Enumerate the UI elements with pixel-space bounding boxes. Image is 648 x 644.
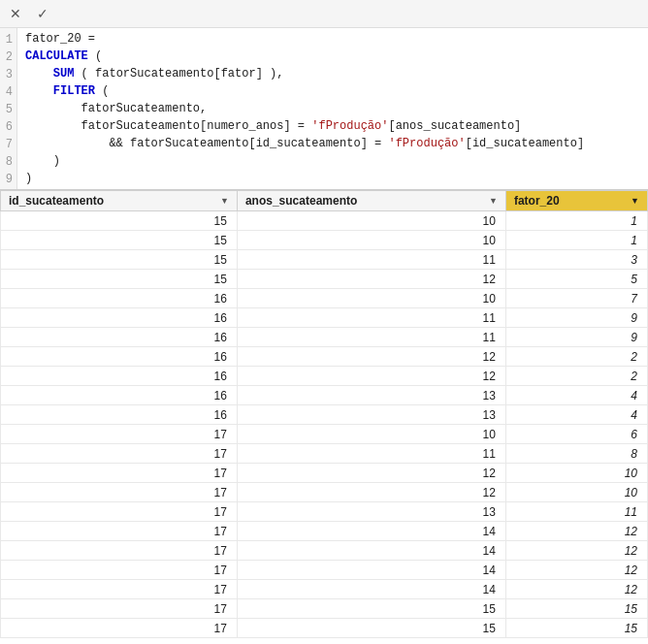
confirm-button[interactable]: ✓ (33, 4, 52, 23)
dropdown-arrow-id_sucateamento[interactable]: ▼ (220, 196, 229, 206)
line-number: 8 (0, 152, 16, 170)
table-row[interactable]: 171412 (1, 561, 648, 580)
cell-anos_sucateamento: 14 (237, 541, 505, 561)
line-number: 9 (0, 170, 16, 187)
cell-fator_20: 8 (505, 444, 647, 464)
dropdown-arrow-fator_20[interactable]: ▼ (631, 196, 639, 206)
cell-anos_sucateamento: 12 (237, 483, 505, 502)
line-number: 3 (0, 65, 16, 82)
table-row[interactable]: 16122 (1, 347, 648, 367)
editor-section: ✕ ✓ 123456789 fator_20 =CALCULATE ( SUM … (0, 0, 648, 189)
cell-id_sucateamento: 16 (1, 405, 238, 425)
table-row[interactable]: 15113 (1, 250, 648, 270)
data-table: id_sucateamento▼anos_sucateamento▼fator_… (0, 190, 648, 638)
code-line: && fatorSucateamento[id_sucateamento] = … (25, 135, 648, 152)
table-row[interactable]: 16134 (1, 405, 648, 425)
cell-id_sucateamento: 16 (1, 328, 238, 347)
cell-fator_20: 3 (505, 250, 647, 270)
cell-fator_20: 9 (505, 328, 647, 347)
cell-anos_sucateamento: 12 (237, 270, 505, 289)
table-row[interactable]: 17118 (1, 444, 648, 464)
table-row[interactable]: 171412 (1, 541, 648, 561)
table-row[interactable]: 17106 (1, 425, 648, 444)
cell-anos_sucateamento: 13 (237, 405, 505, 425)
cell-fator_20: 1 (505, 211, 647, 231)
cell-fator_20: 12 (505, 580, 647, 599)
table-row[interactable]: 171412 (1, 580, 648, 599)
line-number: 6 (0, 117, 16, 135)
table-row[interactable]: 15101 (1, 211, 648, 231)
cell-fator_20: 1 (505, 231, 647, 250)
cell-fator_20: 5 (505, 270, 647, 289)
table-row[interactable]: 171210 (1, 464, 648, 483)
code-line: ) (25, 170, 648, 187)
column-header-id_sucateamento[interactable]: id_sucateamento▼ (1, 191, 238, 211)
cell-anos_sucateamento: 15 (237, 619, 505, 638)
code-lines[interactable]: fator_20 =CALCULATE ( SUM ( fatorSucatea… (17, 28, 648, 189)
code-line: SUM ( fatorSucateamento[fator] ), (25, 65, 648, 82)
table-row[interactable]: 171515 (1, 599, 648, 619)
cell-fator_20: 15 (505, 619, 647, 638)
cell-id_sucateamento: 15 (1, 231, 238, 250)
cell-id_sucateamento: 17 (1, 619, 238, 638)
cell-id_sucateamento: 16 (1, 289, 238, 308)
code-line: fatorSucateamento[numero_anos] = 'fProdu… (25, 117, 648, 135)
close-button[interactable]: ✕ (6, 4, 25, 23)
cell-id_sucateamento: 16 (1, 308, 238, 328)
cell-fator_20: 15 (505, 599, 647, 619)
cell-fator_20: 12 (505, 541, 647, 561)
cell-fator_20: 4 (505, 405, 647, 425)
cell-anos_sucateamento: 14 (237, 561, 505, 580)
cell-anos_sucateamento: 10 (237, 425, 505, 444)
line-number: 7 (0, 135, 16, 152)
cell-fator_20: 6 (505, 425, 647, 444)
cell-anos_sucateamento: 14 (237, 522, 505, 541)
table-container[interactable]: id_sucateamento▼anos_sucateamento▼fator_… (0, 189, 648, 644)
code-line: fatorSucateamento, (25, 100, 648, 117)
table-row[interactable]: 171515 (1, 619, 648, 638)
cell-fator_20: 10 (505, 464, 647, 483)
cell-anos_sucateamento: 12 (237, 464, 505, 483)
cell-id_sucateamento: 17 (1, 522, 238, 541)
column-label-anos_sucateamento: anos_sucateamento (245, 194, 357, 208)
line-numbers: 123456789 (0, 28, 17, 189)
cell-id_sucateamento: 17 (1, 541, 238, 561)
cell-anos_sucateamento: 10 (237, 211, 505, 231)
cell-anos_sucateamento: 15 (237, 599, 505, 619)
line-number: 4 (0, 82, 16, 100)
table-row[interactable]: 16134 (1, 386, 648, 405)
table-row[interactable]: 16107 (1, 289, 648, 308)
table-row[interactable]: 171210 (1, 483, 648, 502)
cell-id_sucateamento: 15 (1, 211, 238, 231)
line-number: 1 (0, 30, 16, 48)
table-row[interactable]: 15101 (1, 231, 648, 250)
cell-fator_20: 2 (505, 347, 647, 367)
cell-fator_20: 9 (505, 308, 647, 328)
table-section: id_sucateamento▼anos_sucateamento▼fator_… (0, 189, 648, 644)
cell-anos_sucateamento: 12 (237, 367, 505, 386)
table-row[interactable]: 171412 (1, 522, 648, 541)
cell-fator_20: 12 (505, 561, 647, 580)
code-line: FILTER ( (25, 82, 648, 100)
editor-body: 123456789 fator_20 =CALCULATE ( SUM ( fa… (0, 28, 648, 189)
cell-id_sucateamento: 16 (1, 347, 238, 367)
code-line: ) (25, 152, 648, 170)
cell-anos_sucateamento: 11 (237, 308, 505, 328)
table-row[interactable]: 16119 (1, 328, 648, 347)
line-number: 5 (0, 100, 16, 117)
cell-anos_sucateamento: 13 (237, 386, 505, 405)
column-header-anos_sucateamento[interactable]: anos_sucateamento▼ (237, 191, 505, 211)
cell-id_sucateamento: 17 (1, 483, 238, 502)
table-row[interactable]: 16119 (1, 308, 648, 328)
table-row[interactable]: 15125 (1, 270, 648, 289)
cell-id_sucateamento: 17 (1, 464, 238, 483)
cell-id_sucateamento: 17 (1, 580, 238, 599)
table-row[interactable]: 16122 (1, 367, 648, 386)
cell-id_sucateamento: 16 (1, 386, 238, 405)
editor-toolbar: ✕ ✓ (0, 0, 648, 28)
column-header-fator_20[interactable]: fator_20▼ (505, 191, 647, 211)
table-row[interactable]: 171311 (1, 502, 648, 522)
dropdown-arrow-anos_sucateamento[interactable]: ▼ (489, 196, 498, 206)
line-number: 2 (0, 48, 16, 65)
cell-anos_sucateamento: 12 (237, 347, 505, 367)
